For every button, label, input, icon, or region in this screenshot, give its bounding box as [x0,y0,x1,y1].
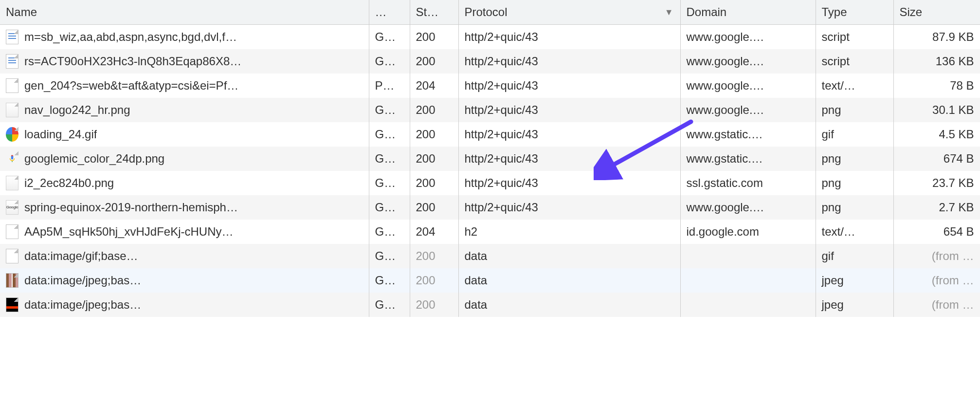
cell-status[interactable]: 200 [410,98,458,122]
cell-method[interactable]: G… [369,220,410,244]
cell-method[interactable]: G… [369,49,410,74]
cell-domain[interactable]: www.gstatic.… [680,147,816,171]
cell-type[interactable]: gif [816,122,893,147]
cell-domain[interactable]: id.google.com [680,220,816,244]
cell-status[interactable]: 200 [410,147,458,171]
table-row[interactable]: data:image/jpeg;bas…G…200datajpeg(from … [0,293,980,317]
cell-status[interactable]: 204 [410,74,458,98]
cell-size[interactable]: 4.5 KB [893,122,980,147]
cell-protocol[interactable]: data [458,268,680,293]
cell-status[interactable]: 200 [410,122,458,147]
cell-name[interactable]: googlemic_color_24dp.png [0,147,369,171]
column-header-type[interactable]: Type [816,0,893,24]
cell-domain[interactable]: www.google.… [680,195,816,220]
cell-name[interactable]: AAp5M_sqHk50hj_xvHJdFeKj-cHUNy… [0,220,369,244]
cell-method[interactable]: G… [369,293,410,317]
cell-status[interactable]: 200 [410,244,458,268]
cell-status[interactable]: 200 [410,171,458,195]
cell-name[interactable]: data:image/jpeg;bas… [0,293,369,317]
cell-domain[interactable]: www.google.… [680,98,816,122]
table-row[interactable]: AAp5M_sqHk50hj_xvHJdFeKj-cHUNy…G…204h2id… [0,220,980,244]
cell-protocol[interactable]: h2 [458,220,680,244]
cell-name[interactable]: i2_2ec824b0.png [0,171,369,195]
cell-size[interactable]: 30.1 KB [893,98,980,122]
cell-type[interactable]: script [816,49,893,74]
cell-type[interactable]: png [816,171,893,195]
column-header-status[interactable]: St… [410,0,458,24]
table-row[interactable]: gen_204?s=web&t=aft&atyp=csi&ei=Pf…P…204… [0,74,980,98]
cell-type[interactable]: png [816,195,893,220]
cell-protocol[interactable]: http/2+quic/43 [458,49,680,74]
cell-protocol[interactable]: http/2+quic/43 [458,171,680,195]
cell-size[interactable]: (from … [893,268,980,293]
cell-domain[interactable]: ssl.gstatic.com [680,171,816,195]
cell-name[interactable]: data:image/jpeg;bas… [0,268,369,293]
table-row[interactable]: data:image/gif;base…G…200datagif(from … [0,244,980,268]
cell-protocol[interactable]: http/2+quic/43 [458,24,680,49]
cell-status[interactable]: 200 [410,195,458,220]
cell-status[interactable]: 200 [410,49,458,74]
table-row[interactable]: Googlespring-equinox-2019-northern-hemis… [0,195,980,220]
cell-name[interactable]: loading_24.gif [0,122,369,147]
cell-type[interactable]: text/… [816,220,893,244]
table-row[interactable]: rs=ACT90oHX23Hc3-lnQ8h3Eqap86X8…G…200htt… [0,49,980,74]
cell-domain[interactable]: www.google.… [680,74,816,98]
cell-method[interactable]: G… [369,147,410,171]
column-header-domain[interactable]: Domain [680,0,816,24]
cell-protocol[interactable]: http/2+quic/43 [458,122,680,147]
cell-name[interactable]: gen_204?s=web&t=aft&atyp=csi&ei=Pf… [0,74,369,98]
cell-size[interactable]: 87.9 KB [893,24,980,49]
cell-status[interactable]: 200 [410,24,458,49]
cell-protocol[interactable]: http/2+quic/43 [458,195,680,220]
cell-method[interactable]: G… [369,24,410,49]
cell-size[interactable]: 674 B [893,147,980,171]
cell-method[interactable]: G… [369,195,410,220]
table-row[interactable]: loading_24.gifG…200http/2+quic/43www.gst… [0,122,980,147]
cell-name[interactable]: data:image/gif;base… [0,244,369,268]
cell-protocol[interactable]: data [458,244,680,268]
cell-size[interactable]: (from … [893,293,980,317]
cell-domain[interactable]: www.google.… [680,49,816,74]
cell-method[interactable]: G… [369,244,410,268]
column-header-size[interactable]: Size [893,0,980,24]
cell-status[interactable]: 204 [410,220,458,244]
cell-domain[interactable]: www.gstatic.… [680,122,816,147]
table-row[interactable]: googlemic_color_24dp.pngG…200http/2+quic… [0,147,980,171]
cell-type[interactable]: jpeg [816,268,893,293]
cell-type[interactable]: png [816,147,893,171]
cell-type[interactable]: png [816,98,893,122]
cell-domain[interactable] [680,268,816,293]
cell-size[interactable]: 2.7 KB [893,195,980,220]
table-row[interactable]: nav_logo242_hr.pngG…200http/2+quic/43www… [0,98,980,122]
cell-domain[interactable] [680,293,816,317]
cell-type[interactable]: script [816,24,893,49]
cell-size[interactable]: 654 B [893,220,980,244]
cell-method[interactable]: G… [369,171,410,195]
cell-name[interactable]: nav_logo242_hr.png [0,98,369,122]
cell-protocol[interactable]: http/2+quic/43 [458,147,680,171]
cell-name[interactable]: Googlespring-equinox-2019-northern-hemis… [0,195,369,220]
cell-protocol[interactable]: http/2+quic/43 [458,98,680,122]
table-row[interactable]: m=sb_wiz,aa,abd,aspn,async,bgd,dvl,f…G…2… [0,24,980,49]
cell-domain[interactable] [680,244,816,268]
cell-protocol[interactable]: http/2+quic/43 [458,74,680,98]
cell-name[interactable]: m=sb_wiz,aa,abd,aspn,async,bgd,dvl,f… [0,24,369,49]
column-header-method[interactable]: … [369,0,410,24]
cell-protocol[interactable]: data [458,293,680,317]
cell-type[interactable]: gif [816,244,893,268]
table-row[interactable]: data:image/jpeg;bas…G…200datajpeg(from … [0,268,980,293]
cell-type[interactable]: text/… [816,74,893,98]
cell-method[interactable]: P… [369,74,410,98]
cell-type[interactable]: jpeg [816,293,893,317]
column-header-name[interactable]: Name [0,0,369,24]
cell-name[interactable]: rs=ACT90oHX23Hc3-lnQ8h3Eqap86X8… [0,49,369,74]
table-row[interactable]: i2_2ec824b0.pngG…200http/2+quic/43ssl.gs… [0,171,980,195]
cell-size[interactable]: (from … [893,244,980,268]
cell-method[interactable]: G… [369,122,410,147]
cell-status[interactable]: 200 [410,268,458,293]
cell-status[interactable]: 200 [410,293,458,317]
cell-domain[interactable]: www.google.… [680,24,816,49]
column-header-protocol[interactable]: Protocol ▼ [458,0,680,24]
cell-size[interactable]: 23.7 KB [893,171,980,195]
cell-size[interactable]: 136 KB [893,49,980,74]
